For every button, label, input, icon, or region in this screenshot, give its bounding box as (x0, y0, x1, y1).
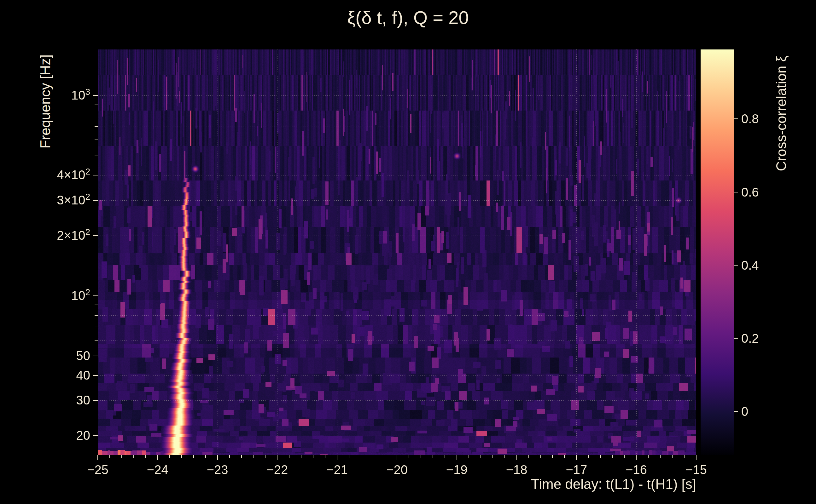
x-axis-label: Time delay: t(L1) - t(H1) [s] (531, 476, 696, 492)
colorbar-tick-label: 0.4 (741, 258, 759, 272)
y-minor-tick (95, 105, 98, 105)
exponent: 2 (85, 192, 90, 201)
x-major-tick (277, 455, 278, 460)
exponent: 2 (85, 287, 90, 297)
y-major-tick (93, 235, 98, 236)
x-minor-tick (349, 455, 349, 458)
y-major-tick (93, 200, 98, 201)
colorbar-label: Cross-correlation ξ (773, 56, 789, 171)
x-minor-tick (528, 455, 529, 458)
y-minor-tick (95, 140, 98, 140)
x-minor-tick (241, 455, 242, 458)
y-tick-label: 30 (76, 393, 90, 407)
y-minor-tick (95, 156, 98, 156)
x-minor-tick (540, 455, 541, 458)
y-tick-label: 4×102 (57, 168, 90, 182)
y-tick-label: 20 (76, 428, 90, 443)
x-major-tick (696, 455, 697, 460)
x-minor-tick (121, 455, 122, 458)
x-major-tick (516, 455, 517, 460)
y-major-tick (93, 356, 98, 356)
x-minor-tick (313, 455, 313, 458)
x-minor-tick (624, 455, 625, 458)
x-minor-tick (373, 455, 373, 458)
y-tick-label: 3×102 (57, 193, 90, 207)
x-minor-tick (361, 455, 361, 458)
colorbar-tick-label: 0.6 (741, 185, 759, 199)
y-minor-tick (95, 305, 98, 305)
x-tick-label: −19 (446, 463, 468, 477)
x-tick-label: −22 (267, 463, 288, 477)
y-tick-label: 102 (71, 289, 90, 303)
x-minor-tick (600, 455, 600, 458)
x-major-tick (97, 455, 98, 460)
x-minor-tick (504, 455, 505, 458)
x-minor-tick (109, 455, 110, 458)
x-major-tick (157, 455, 158, 460)
y-minor-tick (95, 327, 98, 327)
x-minor-tick (648, 455, 649, 458)
colorbar-tick-label: 0.8 (741, 112, 759, 126)
x-minor-tick (169, 455, 170, 458)
x-minor-tick (672, 455, 673, 458)
exponent: 2 (85, 227, 90, 237)
x-minor-tick (468, 455, 469, 458)
x-tick-label: −17 (566, 463, 587, 477)
x-tick-label: −25 (87, 463, 108, 477)
colorbar-tick-label: 0.2 (741, 331, 759, 345)
x-major-tick (457, 455, 457, 460)
x-minor-tick (409, 455, 409, 458)
x-minor-tick (421, 455, 421, 458)
y-tick-label: 2×102 (57, 228, 90, 242)
y-tick-label: 50 (76, 349, 90, 363)
colorbar-tick-label: 0 (741, 404, 748, 418)
x-minor-tick (684, 455, 685, 458)
y-major-tick (93, 400, 98, 401)
y-tick-label: 40 (76, 368, 90, 382)
x-minor-tick (205, 455, 206, 458)
x-tick-label: −20 (386, 463, 408, 477)
x-minor-tick (193, 455, 194, 458)
x-minor-tick (145, 455, 146, 458)
x-tick-label: −18 (506, 463, 527, 477)
x-major-tick (636, 455, 637, 460)
x-major-tick (397, 455, 397, 460)
colorbar-tick (734, 118, 738, 119)
x-tick-label: −21 (326, 463, 348, 477)
x-minor-tick (445, 455, 445, 458)
heatmap-canvas (98, 49, 696, 455)
colorbar-tick (734, 338, 738, 339)
x-major-tick (217, 455, 218, 460)
x-minor-tick (265, 455, 266, 458)
colorbar-tick (734, 411, 738, 412)
x-minor-tick (433, 455, 433, 458)
x-minor-tick (480, 455, 481, 458)
x-tick-label: −16 (626, 463, 647, 477)
x-minor-tick (385, 455, 385, 458)
x-minor-tick (181, 455, 182, 458)
exponent: 3 (85, 87, 90, 97)
y-minor-tick (95, 315, 98, 316)
y-minor-tick (95, 126, 98, 127)
x-minor-tick (660, 455, 661, 458)
colorbar (701, 49, 734, 455)
x-minor-tick (133, 455, 134, 458)
y-major-tick (93, 175, 98, 175)
y-minor-tick (95, 115, 98, 115)
x-major-tick (337, 455, 337, 460)
colorbar-tick (734, 265, 738, 266)
x-minor-tick (289, 455, 290, 458)
x-tick-label: −23 (207, 463, 228, 477)
x-tick-label: −24 (147, 463, 168, 477)
y-major-tick (93, 435, 98, 436)
x-minor-tick (552, 455, 553, 458)
x-minor-tick (588, 455, 589, 458)
x-minor-tick (253, 455, 254, 458)
x-minor-tick (492, 455, 493, 458)
x-major-tick (576, 455, 577, 460)
x-minor-tick (229, 455, 230, 458)
x-tick-label: −15 (686, 463, 707, 477)
figure: ξ(δ t, f), Q = 20 Frequency [Hz] −25−24−… (0, 0, 816, 504)
chart-title: ξ(δ t, f), Q = 20 (0, 7, 816, 28)
y-axis-label: Frequency [Hz] (37, 54, 53, 148)
